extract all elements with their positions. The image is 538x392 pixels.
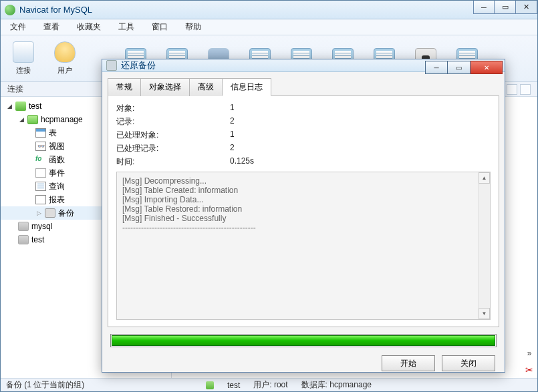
query-group-icon xyxy=(35,182,46,191)
info-time-label: 时间: xyxy=(116,156,230,168)
plug-icon xyxy=(13,41,34,63)
info-objects-label: 对象: xyxy=(116,103,230,114)
log-line: [Msg] Importing Data... xyxy=(122,195,485,204)
reconnect-icon[interactable]: ✂ xyxy=(525,365,533,375)
close-button[interactable]: ✕ xyxy=(516,1,537,14)
info-proc-obj-value: 1 xyxy=(230,130,491,141)
menu-view[interactable]: 查看 xyxy=(43,21,59,33)
app-icon xyxy=(5,5,15,15)
scroll-up-icon[interactable]: ▲ xyxy=(479,172,490,184)
database-icon xyxy=(18,222,29,231)
progress-container xyxy=(102,327,505,347)
info-records-label: 记录: xyxy=(116,116,230,128)
table-group-icon xyxy=(35,128,46,138)
dialog-icon xyxy=(106,60,117,71)
tab-object-select[interactable]: 对象选择 xyxy=(140,78,190,96)
statusbar: 备份 (1 位于当前的组) test 用户: root 数据库: hcpmana… xyxy=(1,378,537,391)
tab-advanced[interactable]: 高级 xyxy=(189,78,223,96)
start-button[interactable]: 开始 xyxy=(382,355,435,371)
dialog-window-controls: ─ ▭ ✕ xyxy=(425,61,503,74)
close-dialog-button[interactable]: 关闭 xyxy=(442,355,495,371)
dialog-titlebar: 还原备份 ─ ▭ ✕ xyxy=(102,59,505,72)
toolbar-connect[interactable]: 连接 xyxy=(7,41,39,75)
log-line: ----------------------------------------… xyxy=(122,223,485,232)
dialog-buttons: 开始 关闭 xyxy=(102,347,505,379)
progress-bar-fill xyxy=(112,335,495,346)
info-proc-obj-label: 已处理对象: xyxy=(116,130,230,141)
log-textarea[interactable]: [Msg] Decompressing... [Msg] Table Creat… xyxy=(116,172,491,320)
view-group-icon: 👓 xyxy=(35,142,46,151)
tab-log[interactable]: 信息日志 xyxy=(222,78,271,96)
dialog-minimize-button[interactable]: ─ xyxy=(425,61,448,74)
dialog-maximize-button[interactable]: ▭ xyxy=(448,61,470,74)
restore-backup-dialog: 还原备份 ─ ▭ ✕ 常规 对象选择 高级 信息日志 对象: 1 记录: 2 已… xyxy=(102,59,505,373)
scroll-down-icon[interactable]: ▼ xyxy=(479,308,490,319)
backup-group-icon xyxy=(45,208,55,218)
right-gutter: » ✂ xyxy=(525,349,533,375)
chevrons-icon[interactable]: » xyxy=(527,349,532,358)
menu-fav[interactable]: 收藏夹 xyxy=(77,21,101,33)
main-titlebar: Navicat for MySQL ─ ▭ ✕ xyxy=(1,1,537,19)
minimize-button[interactable]: ─ xyxy=(473,1,495,14)
log-line: [Msg] Table Created: information xyxy=(122,186,485,195)
progress-bar-track xyxy=(110,334,497,347)
sub-toolbar-label: 连接 xyxy=(7,83,23,95)
menu-help[interactable]: 帮助 xyxy=(185,21,201,33)
menubar: 文件 查看 收藏夹 工具 窗口 帮助 xyxy=(1,19,537,35)
info-proc-rec-value: 2 xyxy=(230,143,491,154)
dialog-close-button[interactable]: ✕ xyxy=(470,61,503,74)
info-proc-rec-label: 已处理记录: xyxy=(116,143,230,154)
connection-icon xyxy=(15,102,26,111)
status-left: 备份 (1 位于当前的组) xyxy=(6,379,84,391)
status-user: 用户: root xyxy=(253,379,287,391)
main-window-controls: ─ ▭ ✕ xyxy=(473,1,537,14)
scrollbar[interactable]: ▲ ▼ xyxy=(479,172,490,319)
info-grid: 对象: 1 记录: 2 已处理对象: 1 已处理记录: 2 时间: 0.125s xyxy=(116,103,491,168)
report-group-icon xyxy=(35,195,46,204)
toolbar-connect-label: 连接 xyxy=(16,65,31,75)
app-title: Navicat for MySQL xyxy=(19,5,92,15)
toolbar-user[interactable]: 用户 xyxy=(49,41,81,75)
dialog-tabs: 常规 对象选择 高级 信息日志 xyxy=(108,77,499,96)
mini-btn[interactable] xyxy=(520,84,531,95)
status-conn-icon xyxy=(206,381,214,389)
tab-general[interactable]: 常规 xyxy=(108,78,141,96)
database-icon xyxy=(27,115,38,124)
toolbar-user-label: 用户 xyxy=(57,65,72,75)
status-conn: test xyxy=(227,381,240,390)
menu-window[interactable]: 窗口 xyxy=(152,21,168,33)
info-objects-value: 1 xyxy=(230,103,491,114)
log-line: [Msg] Table Restored: information xyxy=(122,204,485,214)
function-icon: fo xyxy=(35,155,46,164)
person-icon xyxy=(54,41,76,63)
menu-tool[interactable]: 工具 xyxy=(118,21,134,33)
mini-btn[interactable] xyxy=(507,84,517,95)
info-records-value: 2 xyxy=(230,116,491,128)
status-db: 数据库: hcpmanage xyxy=(301,379,372,391)
database-icon xyxy=(18,235,29,244)
dialog-tabhost: 常规 对象选择 高级 信息日志 对象: 1 记录: 2 已处理对象: 1 已处理… xyxy=(102,72,505,327)
dialog-title: 还原备份 xyxy=(121,59,156,71)
event-group-icon xyxy=(35,168,46,178)
tab-content: 对象: 1 记录: 2 已处理对象: 1 已处理记录: 2 时间: 0.125s… xyxy=(108,96,499,327)
log-line: [Msg] Decompressing... xyxy=(122,176,485,186)
info-time-value: 0.125s xyxy=(230,156,491,168)
maximize-button[interactable]: ▭ xyxy=(495,1,516,14)
log-line: [Msg] Finished - Successfully xyxy=(122,214,485,223)
menu-file[interactable]: 文件 xyxy=(10,21,26,33)
